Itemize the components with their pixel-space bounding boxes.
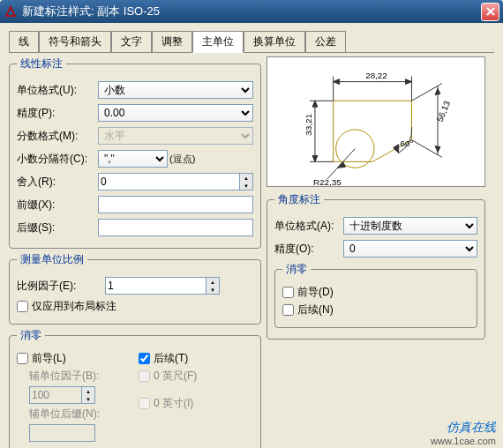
feet-checkbox [139,370,150,382]
sub-unit-suffix-label: 辅单位后缀(N): [29,407,100,422]
spin-up-icon: ▲ [240,174,252,182]
trailing-zero-checkbox[interactable] [139,353,150,364]
decimal-separator-hint: (逗点) [169,150,253,168]
fraction-format-select: 水平 [98,127,253,145]
svg-marker-17 [435,146,440,153]
angular-dimensions-group: 角度标注 单位格式(A): 十进制度数 精度(O): 0 消零 [267,192,485,340]
spin-up-icon: ▲ [82,387,94,395]
app-icon [4,4,18,19]
dialog-content: 线 符号和箭头 文字 调整 主单位 换算单位 公差 线性标注 单位格式(U): … [0,23,503,448]
leading-zero-checkbox[interactable] [17,353,28,364]
tab-fit[interactable]: 调整 [152,31,192,53]
preview-dim-angle: 60° [401,138,414,148]
spin-up-icon: ▲ [206,278,219,286]
precision-select[interactable]: 0.00 [98,104,253,122]
layout-only-checkbox[interactable] [17,301,28,312]
svg-marker-16 [435,89,440,95]
layout-only-label[interactable]: 仅应用到布局标注 [32,299,116,314]
angular-trailing-label[interactable]: 后续(N) [297,302,334,317]
round-spinner[interactable]: ▲▼ [240,173,253,190]
measurement-scale-group: 测量单位比例 比例因子(E): ▲▼ 仅应用到布局标注 [9,252,261,325]
preview-dim-top: 28,22 [365,71,387,80]
svg-marker-10 [312,155,318,161]
tab-symbols-arrows[interactable]: 符号和箭头 [39,31,111,53]
angular-unit-format-label: 单位格式(A): [274,219,343,234]
precision-label: 精度(P): [17,106,98,121]
svg-marker-9 [312,101,318,107]
svg-marker-5 [406,79,412,85]
round-input[interactable] [98,173,240,190]
tab-text[interactable]: 文字 [111,31,152,53]
sub-unit-factor-input [29,386,82,404]
decimal-separator-label: 小数分隔符(C): [17,152,98,167]
tab-strip: 线 符号和箭头 文字 调整 主单位 换算单位 公差 [9,30,494,53]
suffix-label: 后缀(S): [17,220,98,235]
spin-down-icon: ▼ [240,182,252,190]
inches-checkbox [139,398,150,409]
unit-format-select[interactable]: 小数 [98,81,253,99]
dimension-preview: 28,22 33,21 R22,35 56,13 60° [267,56,485,187]
fraction-format-label: 分数格式(M): [17,129,98,144]
angular-precision-label: 精度(O): [274,242,343,257]
tab-alternate-units[interactable]: 换算单位 [244,31,305,53]
sub-unit-factor-spinner: ▲▼ [82,386,95,404]
unit-format-label: 单位格式(U): [17,83,98,98]
tab-primary-units[interactable]: 主单位 [192,31,244,53]
feet-label: 0 英尺(F) [154,369,197,384]
preview-dim-radius: R22,35 [313,177,342,186]
sub-unit-suffix-input [29,424,95,442]
scale-factor-label: 比例因子(E): [17,279,105,294]
tab-line[interactable]: 线 [9,31,39,53]
title-bar: 新建标注样式: 副本 ISO-25 [0,0,503,23]
angular-suppress-group: 消零 前导(D) 后续(N) [274,262,477,328]
svg-marker-12 [338,161,346,168]
trailing-zero-label[interactable]: 后续(T) [154,351,188,366]
tab-tolerances[interactable]: 公差 [305,31,346,53]
angular-precision-select[interactable]: 0 [343,240,477,258]
suffix-input[interactable] [98,219,253,236]
angular-legend: 角度标注 [274,192,324,207]
prefix-label: 前缀(X): [17,198,98,213]
preview-dim-left: 33,21 [304,114,313,136]
close-button[interactable] [481,3,499,21]
scale-factor-input[interactable] [105,277,206,295]
window-title: 新建标注样式: 副本 ISO-25 [22,4,481,19]
linear-legend: 线性标注 [17,56,66,71]
svg-marker-4 [334,79,340,85]
scale-factor-spinner[interactable]: ▲▼ [206,277,220,295]
leading-zero-label[interactable]: 前导(L) [32,351,66,366]
inches-label: 0 英寸(I) [154,396,193,411]
suppress-angular-legend: 消零 [282,262,311,277]
angular-leading-label[interactable]: 前导(D) [297,285,334,300]
angular-leading-checkbox[interactable] [282,287,294,298]
scale-legend: 测量单位比例 [17,252,87,267]
prefix-input[interactable] [98,196,253,213]
angular-unit-format-select[interactable]: 十进制度数 [343,217,477,235]
sub-unit-factor-label: 辅单位因子(B): [29,369,100,384]
round-label: 舍入(R): [17,175,98,190]
suppress-linear-legend: 消零 [17,328,45,343]
angular-trailing-checkbox[interactable] [282,304,294,316]
spin-down-icon: ▼ [206,286,219,294]
decimal-separator-select[interactable]: "," [98,150,168,168]
svg-marker-18 [394,145,399,153]
linear-suppress-group: 消零 前导(L) 辅单位因子(B): ▲▼ [9,328,261,448]
spin-down-icon: ▼ [82,395,94,403]
linear-dimensions-group: 线性标注 单位格式(U): 小数 精度(P): 0.00 分数格式(M): [9,56,261,249]
